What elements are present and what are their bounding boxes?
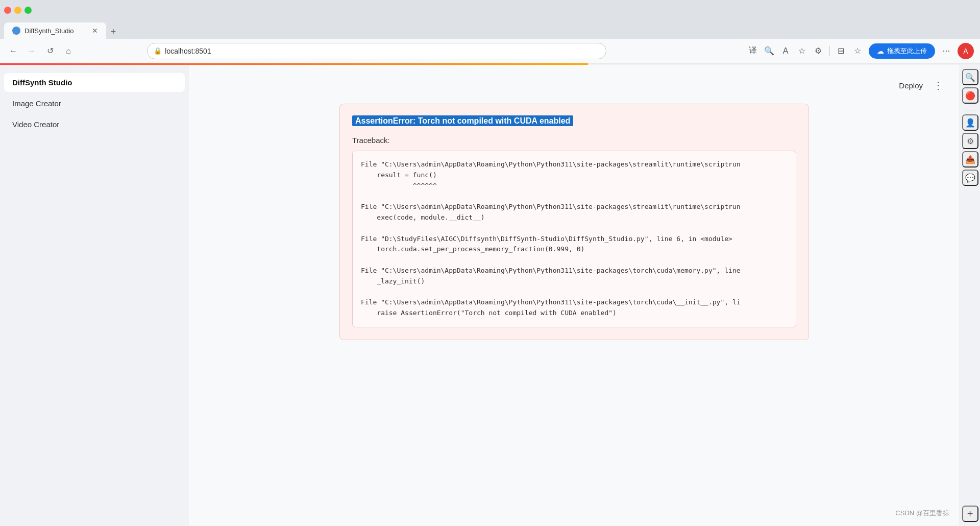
share-icon[interactable]: 📤 [962,151,978,168]
maximize-window-button[interactable] [24,7,32,14]
deploy-button[interactable]: Deploy [893,78,929,93]
settings-icon[interactable]: ⚙ [962,133,978,149]
traceback-box[interactable]: File "C:\Users\admin\AppData\Roaming\Pyt… [352,151,796,327]
browser-more-button[interactable]: ··· [939,44,953,58]
sidebar-item-video-creator[interactable]: Video Creator [4,115,185,134]
toolbar-icons: 译 🔍 A ☆ ⚙ ⊟ ☆ [746,44,865,58]
error-title: AssertionError: Torch not compiled with … [352,115,573,126]
address-bar: ← → ↺ ⌂ 🔒 localhost:8501 译 🔍 A ☆ ⚙ ⊟ ☆ ☁… [0,39,980,63]
close-window-button[interactable] [4,7,11,14]
separator [964,110,976,110]
content-header: Deploy ⋮ [201,77,947,93]
reload-button[interactable]: ↺ [43,44,57,58]
reader-icon[interactable]: A [778,44,793,58]
notification-icon[interactable]: 🔴 [962,87,978,104]
translate-icon[interactable]: 译 [746,44,760,58]
main-content: Deploy ⋮ AssertionError: Torch not compi… [189,65,960,526]
app-container: DiffSynth Studio Image Creator Video Cre… [0,65,980,526]
error-container: AssertionError: Torch not compiled with … [339,104,809,340]
sidebar: DiffSynth Studio Image Creator Video Cre… [0,65,189,526]
tab-close-button[interactable]: ✕ [92,27,98,35]
sidebar-item-image-creator[interactable]: Image Creator [4,94,185,113]
minimize-window-button[interactable] [14,7,21,14]
home-button[interactable]: ⌂ [61,44,76,58]
zoom-icon[interactable]: 🔍 [762,44,776,58]
error-title-block: AssertionError: Torch not compiled with … [352,116,796,126]
browser-chrome: DiffSynth_Studio ✕ + ← → ↺ ⌂ 🔒 localhost… [0,0,980,65]
window-controls [4,7,32,14]
favorites-bar-icon[interactable]: ☆ [850,44,865,58]
chat-icon[interactable]: 💬 [962,170,978,186]
search-right-icon[interactable]: 🔍 [962,69,978,85]
kebab-menu-button[interactable]: ⋮ [929,77,947,93]
traceback-content: File "C:\Users\admin\AppData\Roaming\Pyt… [361,159,788,319]
right-sidebar: 🔍 🔴 👤 ⚙ 📤 💬 + [960,65,980,526]
new-tab-button[interactable]: + [106,25,120,39]
split-view-icon[interactable]: ⊟ [834,44,848,58]
deploy-upload-button[interactable]: ☁ 拖拽至此上传 [869,43,935,59]
url-bar[interactable]: 🔒 localhost:8501 [147,43,606,59]
deploy-icon: ☁ [877,47,884,55]
error-title-rest: Torch not compiled with CUDA enabled [415,116,570,125]
tabs-bar: DiffSynth_Studio ✕ + [0,20,980,39]
active-tab[interactable]: DiffSynth_Studio ✕ [4,22,106,39]
profile-icon[interactable]: A [958,43,974,59]
title-bar [0,0,980,20]
forward-button[interactable]: → [24,44,39,58]
traceback-label: Traceback: [352,136,796,145]
user-icon[interactable]: 👤 [962,114,978,131]
error-title-bold: AssertionError: [355,116,415,125]
back-button[interactable]: ← [6,44,20,58]
add-button[interactable]: + [962,506,978,522]
favorites-icon[interactable]: ☆ [795,44,809,58]
tab-title: DiffSynth_Studio [24,27,74,35]
extensions-icon[interactable]: ⚙ [811,44,825,58]
tab-favicon [12,27,20,35]
separator [829,46,830,56]
lock-icon: 🔒 [154,47,162,55]
url-text: localhost:8501 [165,47,211,55]
sidebar-item-diffsynth-studio[interactable]: DiffSynth Studio [4,73,185,92]
